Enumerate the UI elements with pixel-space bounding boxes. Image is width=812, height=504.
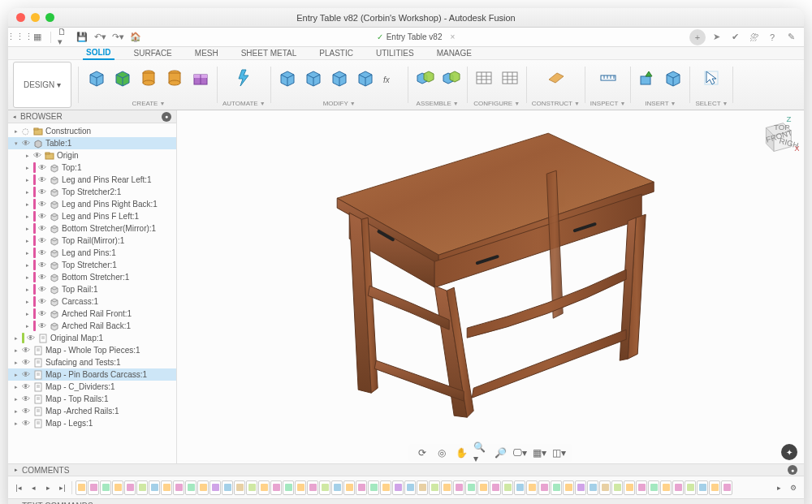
minimize-window-button[interactable]	[31, 13, 40, 22]
ribbon-group-label[interactable]: INSPECT ▼	[590, 98, 626, 108]
workspace-switcher[interactable]: DESIGN ▾	[13, 62, 71, 108]
extrude-icon[interactable]	[111, 67, 134, 89]
browser-node[interactable]: ▸👁Map -Arched Rails:1	[8, 405, 176, 417]
timeline-feature[interactable]	[380, 480, 391, 495]
browser-node[interactable]: ▸👁Origin	[8, 149, 176, 162]
timeline-feature[interactable]	[404, 480, 416, 495]
expand-icon[interactable]: ▸	[24, 286, 31, 293]
browser-node[interactable]: ▸👁Arched Rail Back:1	[8, 320, 176, 332]
visibility-icon[interactable]: 👁	[22, 346, 31, 355]
fillet-icon[interactable]	[302, 67, 325, 89]
browser-node[interactable]: ▸👁Top Stretcher:1	[8, 259, 176, 271]
timeline-feature[interactable]	[185, 480, 197, 495]
visibility-icon[interactable]: 👁	[38, 248, 47, 257]
timeline-feature[interactable]	[112, 480, 123, 495]
expand-icon[interactable]: ▸	[24, 226, 31, 232]
timeline-feature[interactable]	[149, 480, 160, 495]
browser-node[interactable]: ▾👁Table:1	[8, 137, 176, 149]
visibility-icon[interactable]: 👁	[38, 309, 47, 318]
timeline-feature[interactable]	[697, 480, 708, 495]
undo-icon[interactable]: ↶▾	[93, 31, 106, 44]
timeline-feature[interactable]	[429, 480, 440, 495]
pan-icon[interactable]: ✋	[454, 446, 469, 460]
expand-icon[interactable]: ▸	[13, 128, 19, 135]
visibility-icon[interactable]: 👁	[38, 224, 47, 233]
visibility-icon[interactable]: 👁	[22, 394, 31, 403]
browser-node[interactable]: ▸◌Construction	[8, 125, 176, 137]
timeline-feature[interactable]	[392, 480, 404, 495]
config-icon[interactable]	[473, 67, 495, 89]
param-icon[interactable]: fx	[380, 67, 403, 89]
expand-icon[interactable]: ▸	[24, 323, 31, 330]
fit-icon[interactable]: 🔎	[493, 446, 508, 460]
browser-node[interactable]: ▸👁Map - Whole Top Pieces:1	[8, 344, 176, 356]
expand-icon[interactable]: ▸	[24, 299, 31, 305]
maximize-window-button[interactable]	[45, 13, 54, 22]
right-toolbar-btn-1[interactable]: ➤	[708, 29, 724, 45]
browser-node[interactable]: ▸👁Leg and Pins Rear Left:1	[8, 174, 176, 186]
browser-node[interactable]: ▸👁Leg and Pins F Left:1	[8, 210, 176, 222]
expand-icon[interactable]: ▸	[24, 189, 31, 196]
browser-node[interactable]: ▸👁Original Map:1	[8, 332, 176, 344]
timeline-feature[interactable]	[197, 480, 209, 495]
timeline-feature[interactable]	[490, 480, 501, 495]
timeline-feature[interactable]	[136, 480, 148, 495]
timeline-feature[interactable]	[563, 480, 574, 495]
visibility-icon[interactable]: 👁	[38, 163, 47, 172]
comments-panel-header[interactable]: ▸ COMMENTS ●	[8, 463, 804, 476]
workspace-tab-sheet-metal[interactable]: SHEET METAL	[238, 47, 300, 59]
timeline-feature[interactable]	[258, 480, 270, 495]
expand-icon[interactable]: ▸	[24, 274, 31, 281]
ribbon-group-label[interactable]: AUTOMATE ▼	[222, 98, 266, 108]
revolve-icon[interactable]	[137, 67, 160, 89]
ribbon-group-label[interactable]: CONSTRUCT ▼	[532, 98, 580, 108]
visibility-icon[interactable]: 👁	[22, 382, 31, 391]
timeline-feature[interactable]	[246, 480, 257, 495]
expand-icon[interactable]: ▸	[13, 408, 19, 415]
visibility-icon[interactable]: 👁	[27, 334, 36, 342]
browser-node[interactable]: ▸👁Map - Top Rails:1	[8, 393, 176, 405]
box-icon[interactable]	[85, 67, 108, 89]
joint-icon[interactable]	[413, 67, 436, 89]
browser-node[interactable]: ▸👁Top Rail(Mirror):1	[8, 235, 176, 247]
ribbon-group-label[interactable]: INSERT ▼	[645, 98, 676, 108]
workspace-tab-plastic[interactable]: PLASTIC	[316, 47, 356, 59]
timeline-feature[interactable]	[331, 480, 343, 495]
workspace-tab-surface[interactable]: SURFACE	[131, 47, 175, 59]
workspace-tab-utilities[interactable]: UTILITIES	[373, 47, 417, 59]
decal-icon[interactable]	[662, 67, 685, 89]
assistant-icon[interactable]: ✦	[781, 444, 797, 460]
data-panel-icon[interactable]: ▦	[31, 31, 44, 44]
expand-icon[interactable]: ▸	[13, 396, 19, 403]
expand-icon[interactable]: ▸	[13, 372, 19, 378]
timeline-feature[interactable]	[538, 480, 550, 495]
expand-icon[interactable]: ▸	[24, 250, 31, 256]
measure-icon[interactable]	[597, 67, 620, 89]
timeline-feature[interactable]	[343, 480, 355, 495]
visibility-icon[interactable]: 👁	[22, 370, 31, 379]
visibility-icon[interactable]: 👁	[22, 358, 31, 367]
timeline-feature[interactable]	[599, 480, 611, 495]
visibility-icon[interactable]: 👁	[22, 139, 31, 148]
comments-settings-icon[interactable]: ●	[788, 465, 797, 475]
ribbon-group-label[interactable]: ASSEMBLE ▼	[417, 98, 459, 108]
expand-icon[interactable]: ▸	[13, 347, 19, 354]
browser-node[interactable]: ▸👁Bottom Stretcher:1	[8, 271, 176, 283]
timeline-play-icon[interactable]: ▸	[42, 482, 54, 493]
expand-icon[interactable]: ▸	[13, 420, 19, 427]
expand-icon[interactable]: ▸	[13, 360, 19, 366]
timeline-feature[interactable]	[575, 480, 586, 495]
browser-node[interactable]: ▸👁Leg and Pins Right Back:1	[8, 198, 176, 210]
timeline-expand-icon[interactable]: ▸	[773, 482, 784, 493]
browser-node[interactable]: ▸👁Map - Pin Boards Carcass:1	[8, 368, 176, 381]
browser-node[interactable]: ▸👁Map - Legs:1	[8, 417, 176, 429]
timeline-feature[interactable]	[319, 480, 330, 495]
visibility-icon[interactable]: 👁	[22, 407, 31, 416]
visibility-icon[interactable]: 👁	[38, 175, 47, 184]
timeline-feature[interactable]	[283, 480, 294, 495]
timeline-feature[interactable]	[453, 480, 464, 495]
select-icon[interactable]	[700, 67, 723, 89]
asbuilt-icon[interactable]	[439, 67, 462, 89]
close-window-button[interactable]	[16, 13, 25, 22]
timeline-feature[interactable]	[76, 480, 87, 495]
